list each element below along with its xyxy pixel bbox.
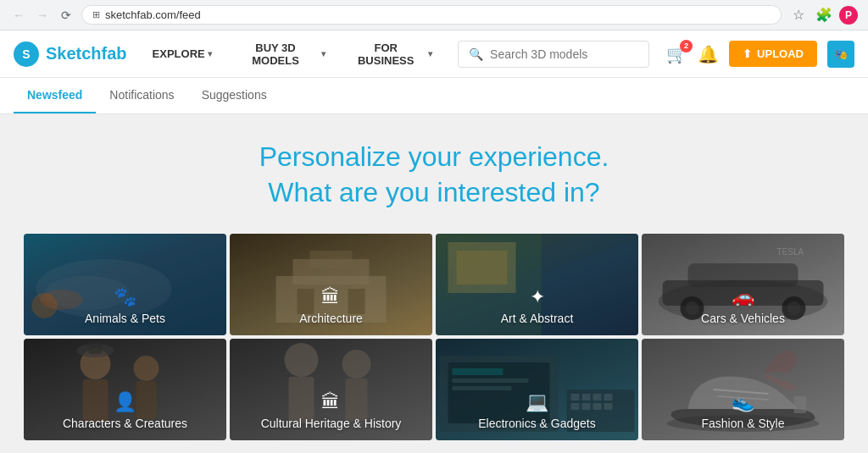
animals-icon: 🐾	[85, 286, 165, 308]
card-label-cultural: 🏛 Cultural Heritage & History	[261, 391, 402, 430]
forward-button[interactable]: →	[34, 7, 51, 24]
architecture-icon: 🏛	[299, 286, 363, 308]
art-name: Art & Abstract	[501, 312, 574, 325]
user-avatar[interactable]: 🎭	[827, 41, 854, 68]
search-icon: 🔍	[469, 47, 483, 61]
reload-button[interactable]: ⟳	[58, 7, 75, 24]
card-label-electronics: 💻 Electronics & Gadgets	[478, 391, 596, 430]
animals-name: Animals & Pets	[85, 312, 165, 325]
card-label-cars: 🚗 Cars & Vehicles	[701, 286, 785, 325]
cart-badge: 2	[680, 40, 693, 52]
characters-name: Characters & Creatures	[63, 417, 187, 430]
cultural-icon: 🏛	[261, 391, 402, 413]
electronics-name: Electronics & Gadgets	[478, 417, 596, 430]
navbar: S Sketchfab EXPLORE ▾ BUY 3D MODELS ▾ FO…	[0, 30, 868, 78]
navbar-right: 🛒 2 🔔 ⬆ UPLOAD 🎭	[666, 41, 854, 68]
category-card-art[interactable]: ✦ Art & Abstract	[436, 234, 638, 335]
fashion-name: Fashion & Style	[701, 417, 784, 430]
browser-chrome: ← → ⟳ ⊞ sketchfab.com/feed ☆ 🧩 P	[0, 0, 868, 30]
bookmark-button[interactable]: ☆	[788, 5, 809, 25]
characters-icon: 👤	[63, 391, 187, 413]
cultural-name: Cultural Heritage & History	[261, 417, 402, 430]
electronics-icon: 💻	[478, 391, 596, 413]
category-card-characters[interactable]: 👤 Characters & Creatures	[24, 339, 226, 440]
search-input[interactable]	[490, 47, 638, 61]
tab-notifications[interactable]: Notifications	[96, 78, 187, 113]
buy-chevron: ▾	[321, 49, 326, 58]
hero-text: Personalize your experience. What are yo…	[24, 140, 844, 210]
bell-button[interactable]: 🔔	[698, 44, 719, 64]
nav-links: EXPLORE ▾ BUY 3D MODELS ▾ FOR BUSINESS ▾	[144, 36, 442, 72]
art-icon: ✦	[501, 286, 574, 308]
architecture-name: Architecture	[299, 312, 363, 325]
back-button[interactable]: ←	[10, 7, 27, 24]
tab-newsfeed[interactable]: Newsfeed	[14, 78, 96, 113]
for-business-nav[interactable]: FOR BUSINESS ▾	[337, 36, 441, 72]
url-text: sketchfab.com/feed	[105, 8, 201, 21]
tab-suggestions[interactable]: Suggestions	[188, 78, 281, 113]
upload-icon: ⬆	[743, 47, 752, 60]
category-card-animals[interactable]: 🐾 Animals & Pets	[24, 234, 226, 335]
category-card-electronics[interactable]: 💻 Electronics & Gadgets	[436, 339, 638, 440]
brand-icon: S	[14, 41, 39, 67]
card-label-fashion: 👟 Fashion & Style	[701, 391, 784, 430]
category-card-cultural[interactable]: 🏛 Cultural Heritage & History	[230, 339, 432, 440]
cart-button[interactable]: 🛒 2	[666, 44, 687, 64]
explore-nav[interactable]: EXPLORE ▾	[144, 36, 220, 72]
fashion-icon: 👟	[701, 391, 784, 413]
business-chevron: ▾	[428, 49, 432, 58]
profile-circle[interactable]: P	[839, 6, 858, 25]
cars-name: Cars & Vehicles	[701, 312, 785, 325]
category-card-architecture[interactable]: 🏛 Architecture	[230, 234, 432, 335]
brand-name: Sketchfab	[46, 44, 127, 64]
explore-chevron: ▾	[208, 49, 212, 58]
cars-icon: 🚗	[701, 286, 785, 308]
category-grid: 🐾 Animals & Pets 🏛 Architecture	[24, 234, 844, 440]
card-label-art: ✦ Art & Abstract	[501, 286, 574, 325]
card-label-animals: 🐾 Animals & Pets	[85, 286, 165, 325]
search-bar[interactable]: 🔍	[458, 41, 649, 68]
address-bar[interactable]: ⊞ sketchfab.com/feed	[81, 5, 782, 25]
brand-logo[interactable]: S Sketchfab	[14, 41, 127, 67]
browser-actions: ☆ 🧩 P	[788, 5, 858, 25]
tab-navigation: Newsfeed Notifications Suggestions	[0, 78, 868, 114]
category-card-cars[interactable]: TESLA 🚗 Cars & Vehicles	[642, 234, 844, 335]
category-card-fashion[interactable]: 👟 Fashion & Style	[642, 339, 844, 440]
card-label-characters: 👤 Characters & Creatures	[63, 391, 187, 430]
upload-button[interactable]: ⬆ UPLOAD	[729, 41, 817, 67]
card-label-architecture: 🏛 Architecture	[299, 286, 363, 325]
extensions-button[interactable]: 🧩	[814, 5, 834, 25]
buy-models-nav[interactable]: BUY 3D MODELS ▾	[224, 36, 335, 72]
lock-icon: ⊞	[92, 9, 100, 20]
main-content: Personalize your experience. What are yo…	[0, 114, 868, 453]
